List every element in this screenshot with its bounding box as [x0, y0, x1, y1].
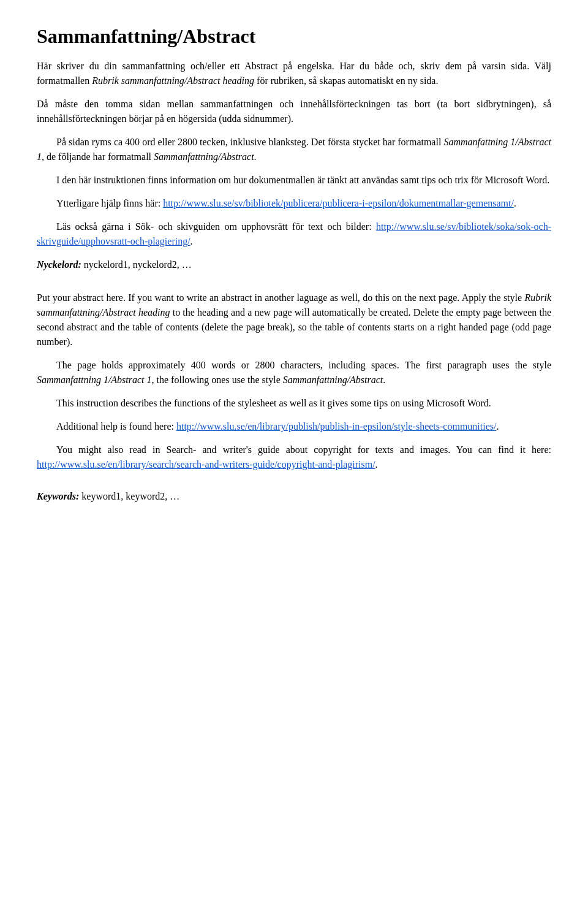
- swedish-para-6: Läs också gärna i Sök- och skivguiden om…: [37, 219, 551, 249]
- page-title: Sammanfattning/Abstract: [37, 25, 551, 48]
- english-para-3: This instruction describes the functions…: [37, 396, 551, 411]
- swedish-para-4: I den här instruktionen finns informatio…: [37, 173, 551, 188]
- swedish-para-3: På sidan ryms ca 400 ord eller 2800 teck…: [37, 135, 551, 164]
- swedish-link-1[interactable]: http://www.slu.se/sv/bibliotek/publicera…: [163, 198, 514, 208]
- swedish-keywords: Nyckelord: nyckelord1, nyckelord2, …: [37, 257, 551, 272]
- english-link-2[interactable]: http://www.slu.se/en/library/search/sear…: [37, 459, 375, 470]
- swedish-para-2: Då måste den tomma sidan mellan sammanfa…: [37, 97, 551, 126]
- english-para-5: You might also read in Search- and write…: [37, 443, 551, 472]
- english-para-4: Additional help is found here: http://ww…: [37, 419, 551, 434]
- english-link-1[interactable]: http://www.slu.se/en/library/publish/pub…: [176, 421, 496, 432]
- english-para-1: Put your abstract here. If you want to w…: [37, 291, 551, 349]
- english-para-2: The page holds approximately 400 words o…: [37, 358, 551, 387]
- english-keywords: Keywords: keyword1, keyword2, …: [37, 489, 551, 504]
- swedish-para-5: Ytterligare hjälp finns här: http://www.…: [37, 196, 551, 211]
- swedish-para-1: Här skriver du din sammanfattning och/el…: [37, 59, 551, 88]
